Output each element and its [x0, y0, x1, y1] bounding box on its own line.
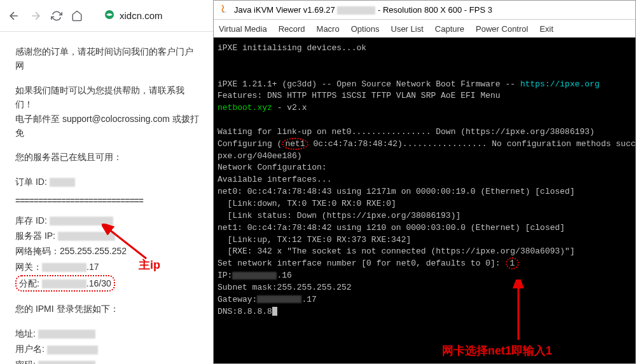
menu-options[interactable]: Options	[351, 24, 380, 34]
menu-macro[interactable]: Macro	[317, 24, 340, 34]
back-icon[interactable]	[8, 10, 20, 22]
inventory-row: 库存 ID:	[15, 213, 201, 227]
refresh-icon[interactable]	[51, 10, 62, 22]
site-icon	[104, 10, 114, 22]
ipmi-password-row: 密码:	[15, 358, 201, 364]
ipmi-address-row: 地址:	[15, 327, 201, 340]
ipmi-username-row: 用户名:	[15, 342, 201, 356]
forward-icon[interactable]	[29, 10, 42, 22]
kvm-title: Java iKVM Viewer v1.69.27 - Resolution 8…	[234, 5, 492, 15]
divider: ============================	[15, 194, 201, 208]
gateway-row: 网关：.17	[15, 260, 201, 274]
java-icon	[219, 4, 229, 16]
email-content-panel: 感谢您的订单，请花时间访问我们的客户门户网 如果我们随时可以为您提供帮助，请联系…	[0, 32, 216, 364]
server-ready-text: 您的服务器已在线且可用：	[15, 150, 201, 164]
ipmi-header: 您的 IPMI 登录凭据如下：	[15, 302, 201, 316]
address-bar[interactable]: xidcn.com	[104, 10, 163, 22]
kvm-titlebar[interactable]: Java iKVM Viewer v1.69.27 - Resolution 8…	[214, 1, 635, 20]
greeting-text: 感谢您的订单，请花时间访问我们的客户门户网	[15, 44, 201, 73]
menu-virtual-media[interactable]: Virtual Media	[219, 24, 267, 34]
home-icon[interactable]	[71, 10, 83, 22]
input-1-highlight: 1	[506, 257, 520, 269]
menu-capture[interactable]: Capture	[435, 24, 464, 34]
order-id-row: 订单 ID:	[15, 175, 201, 189]
menu-user-list[interactable]: User List	[391, 24, 424, 34]
kvm-console[interactable]: iPXE initialising devices...ok iPXE 1.21…	[214, 37, 635, 363]
kvm-menubar: Virtual Media Record Macro Options User …	[214, 20, 635, 37]
menu-record[interactable]: Record	[279, 24, 305, 34]
net1-highlight: net1	[282, 138, 308, 150]
server-ip-row: 服务器 IP:	[15, 229, 201, 243]
kvm-window: Java iKVM Viewer v1.69.27 - Resolution 8…	[213, 0, 636, 364]
menu-power-control[interactable]: Power Control	[476, 24, 528, 34]
allocation-row: 分配: .16/30	[15, 275, 201, 292]
url-text: xidcn.com	[120, 10, 163, 21]
annotation-netcard: 网卡选择net1即输入1	[442, 343, 552, 358]
annotation-main-ip: 主ip	[139, 257, 160, 273]
menu-exit[interactable]: Exit	[539, 24, 553, 34]
help-text: 如果我们随时可以为您提供帮助，请联系我们！ 电子邮件至 support@colo…	[15, 83, 201, 140]
netmask-row: 网络掩码：255.255.255.252	[15, 244, 201, 258]
